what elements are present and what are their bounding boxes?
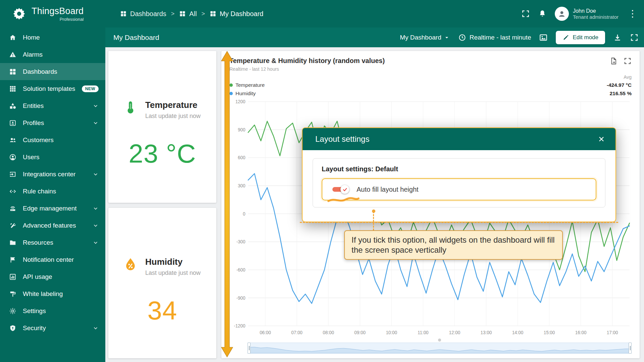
rule-chains-icon: [9, 188, 17, 195]
legend-row-humidity: Humidity216.55 %: [229, 90, 632, 97]
svg-text:16:00: 16:00: [575, 329, 587, 335]
chart-title: Temperature & Humidity history (random v…: [229, 57, 385, 65]
alarms-icon: [9, 51, 17, 58]
kebab-menu-icon[interactable]: ⋮: [627, 9, 639, 18]
layout-settings-panel: Layout settings: Default Auto fill layou…: [313, 158, 605, 207]
legend-avg-value: 216.55 %: [610, 90, 632, 97]
legend-row-temperature: Temperature-424.97 °C: [229, 82, 632, 88]
sidebar-item-solution-templates[interactable]: Solution templatesNEW: [0, 80, 105, 97]
sidebar-item-resources[interactable]: Resources: [0, 234, 105, 251]
user-menu[interactable]: John Doe Tenant administrator: [555, 7, 619, 21]
brand-subtitle: Professional: [32, 17, 84, 22]
sidebar-item-label: Entities: [23, 102, 44, 110]
sidebar-item-entities[interactable]: Entities: [0, 97, 105, 114]
edit-mode-label: Edit mode: [573, 34, 598, 41]
download-icon[interactable]: [613, 33, 622, 42]
sidebar-item-security[interactable]: Security: [0, 319, 105, 337]
widget-subtitle: Last update just now: [145, 113, 201, 120]
minimap-left-handle[interactable]: [248, 343, 251, 354]
svg-text:08:00: 08:00: [323, 329, 334, 335]
thermometer-icon: [123, 100, 138, 115]
sidebar-item-customers[interactable]: Customers: [0, 131, 105, 148]
timewindow-button[interactable]: Realtime - last minute: [458, 34, 531, 42]
svg-text:-1200: -1200: [234, 323, 246, 329]
modal-body: Layout settings: Default Auto fill layou…: [303, 150, 615, 207]
breadcrumb-item-dashboards[interactable]: Dashboards: [120, 10, 166, 18]
person-icon: [557, 9, 566, 18]
chevron-down-icon: [93, 103, 99, 109]
widget-fullscreen-icon[interactable]: [624, 57, 632, 65]
modal-title: Layout settings: [315, 134, 369, 144]
dashboards-icon: [9, 68, 17, 75]
breadcrumb-label: My Dashboard: [220, 10, 263, 18]
user-name: John Doe: [573, 8, 619, 14]
top-header: ThingsBoard Professional Dashboards>All>…: [0, 0, 644, 27]
widget-subtitle: Last update just now: [145, 269, 201, 277]
dashboard-select[interactable]: My Dashboard: [400, 34, 450, 41]
auto-fill-toggle[interactable]: [332, 186, 348, 193]
svg-text:-300: -300: [236, 239, 246, 245]
sidebar-nav: HomeAlarmsDashboardsSolution templatesNE…: [0, 29, 105, 337]
resources-icon: [9, 239, 17, 246]
temperature-widget-header: Temperature Last update just now: [108, 51, 216, 120]
sidebar-item-label: API usage: [23, 273, 52, 281]
modal-header: Layout settings: [303, 128, 615, 150]
sidebar-item-label: Advanced features: [23, 222, 76, 229]
tutorial-tooltip: If you tick this option, all widgets on …: [344, 230, 563, 260]
humidity-widget-header: Humidity Last update just now: [108, 208, 216, 277]
dashboard-toolbar: My Dashboard My Dashboard Realtime - las…: [105, 27, 644, 47]
tooltip-connector-line: [373, 211, 374, 231]
sidebar-item-label: Solution templates: [23, 85, 75, 93]
legend-series-toggle[interactable]: Temperature: [229, 82, 265, 88]
toolbar-fullscreen-icon[interactable]: [630, 33, 639, 42]
sidebar-item-users[interactable]: Users: [0, 148, 105, 166]
sidebar-item-dashboards[interactable]: Dashboards: [0, 63, 105, 80]
chart-legend: Avg Temperature-424.97 °CHumidity216.55 …: [229, 74, 632, 97]
sidebar-item-edge-management[interactable]: Edge management: [0, 200, 105, 217]
auto-fill-toggle-row[interactable]: Auto fill layout height: [322, 178, 596, 200]
toolbar-actions: My Dashboard Realtime - last minute Edit…: [400, 31, 639, 44]
dashboard-image-icon[interactable]: [539, 33, 548, 42]
sidebar-item-notification-center[interactable]: Notification center: [0, 251, 105, 268]
minimap-wrap: [248, 339, 632, 354]
brand[interactable]: ThingsBoard Professional: [0, 6, 105, 22]
users-icon: [9, 154, 17, 161]
sidebar-item-profiles[interactable]: Profiles: [0, 114, 105, 131]
sidebar-item-label: Notification center: [23, 256, 74, 263]
breadcrumb-item-my-dashboard[interactable]: My Dashboard: [210, 10, 263, 18]
sidebar-item-home[interactable]: Home: [0, 29, 105, 46]
breadcrumb-item-all[interactable]: All: [179, 10, 197, 18]
sidebar-item-settings[interactable]: Settings: [0, 302, 105, 319]
sidebar-item-white-labeling[interactable]: White labeling: [0, 285, 105, 302]
export-widget-icon[interactable]: [609, 57, 618, 65]
fullscreen-icon[interactable]: [521, 9, 530, 18]
sidebar-item-label: Alarms: [23, 51, 43, 58]
notifications-bell-icon[interactable]: [538, 9, 547, 18]
brand-text: ThingsBoard Professional: [32, 6, 84, 22]
sidebar-item-api-usage[interactable]: API usage: [0, 268, 105, 285]
chart-minimap[interactable]: [248, 343, 632, 354]
sidebar-item-advanced-features[interactable]: Advanced features: [0, 217, 105, 234]
dashboard-grid-icon: [179, 10, 186, 17]
svg-text:15:00: 15:00: [544, 329, 555, 335]
edit-mode-button[interactable]: Edit mode: [556, 31, 605, 44]
connector-dot: [372, 209, 375, 213]
close-icon[interactable]: [597, 135, 605, 143]
sidebar-item-rule-chains[interactable]: Rule chains: [0, 183, 105, 200]
auto-fill-toggle-label: Auto fill layout height: [357, 186, 419, 193]
minimap-handle-dot[interactable]: [438, 339, 441, 342]
entities-icon: [9, 102, 17, 110]
settings-icon: [9, 307, 17, 315]
avatar: [555, 7, 569, 21]
sidebar-item-label: White labeling: [23, 290, 63, 298]
sidebar-item-label: Security: [23, 324, 46, 332]
sidebar-item-label: Settings: [23, 307, 46, 315]
minimap-right-handle[interactable]: [629, 343, 632, 354]
svg-text:12:00: 12:00: [449, 329, 461, 335]
edge-icon: [9, 205, 17, 212]
svg-text:09:00: 09:00: [354, 329, 366, 335]
chart-subtitle: Realtime - last 12 hours: [229, 66, 385, 72]
sidebar-item-label: Rule chains: [23, 188, 56, 195]
sidebar-item-alarms[interactable]: Alarms: [0, 46, 105, 63]
sidebar-item-integrations-center[interactable]: Integrations center: [0, 166, 105, 183]
